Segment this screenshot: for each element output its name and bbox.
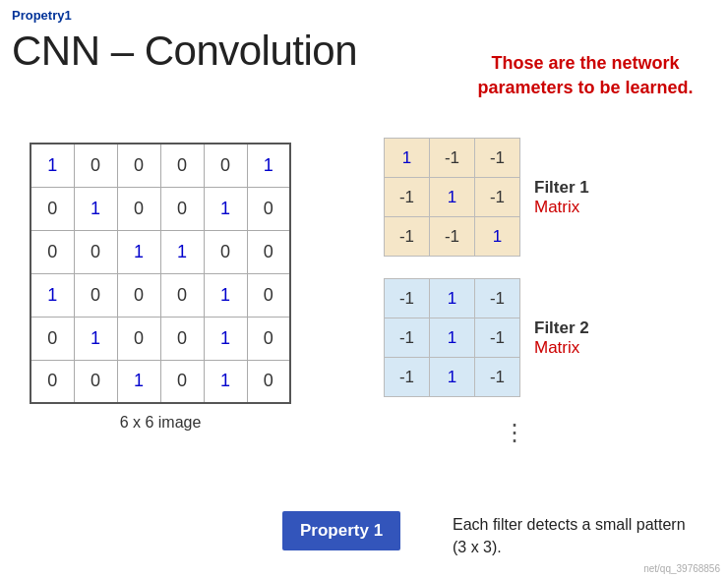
matrix-cell: 0 [30, 230, 74, 273]
filter2-wrapper: -11-1-11-1-11-1 Filter 2 Matrix [384, 278, 589, 397]
filter2-name: Filter 2 [534, 318, 589, 338]
matrix-cell: 0 [247, 273, 290, 317]
matrix-cell: 0 [30, 187, 74, 230]
matrix-cell: 0 [117, 317, 160, 360]
matrix-cell: 0 [74, 230, 117, 273]
filter-cell: 1 [430, 358, 475, 397]
filter-cell: -1 [385, 279, 430, 318]
image-matrix-table: 100001010010001100100010010010001010 [30, 143, 291, 404]
filter2-label: Filter 2 Matrix [534, 318, 589, 358]
matrix-cell: 1 [204, 273, 247, 317]
filter-cell: 1 [430, 279, 475, 318]
matrix-cell: 1 [204, 187, 247, 230]
filter-cell: -1 [430, 217, 475, 257]
filter1-name: Filter 1 [534, 178, 589, 198]
image-label: 6 x 6 image [30, 414, 291, 432]
filter-cell: 1 [385, 139, 430, 178]
matrix-cell: 0 [160, 144, 204, 187]
matrix-cell: 0 [247, 230, 290, 273]
filter2-block: -11-1-11-1-11-1 Filter 2 Matrix [384, 278, 589, 397]
matrix-cell: 0 [117, 144, 160, 187]
matrix-cell: 1 [74, 187, 117, 230]
filter-container: 1-1-1-11-1-1-11 Filter 1 Matrix -11-1-11… [384, 138, 589, 446]
matrix-cell: 0 [204, 144, 247, 187]
filter-cell: -1 [385, 217, 430, 257]
matrix-cell: 1 [117, 360, 160, 403]
network-params-text: Those are the network parameters to be l… [472, 51, 698, 100]
filter-cell: -1 [475, 139, 520, 178]
matrix-cell: 0 [117, 187, 160, 230]
matrix-cell: 0 [74, 144, 117, 187]
matrix-cell: 0 [160, 317, 204, 360]
filter-cell: -1 [385, 358, 430, 397]
matrix-cell: 0 [204, 230, 247, 273]
matrix-cell: 1 [204, 360, 247, 403]
matrix-cell: 1 [117, 230, 160, 273]
filter-cell: 1 [475, 217, 520, 257]
filter1-sublabel: Matrix [534, 198, 589, 217]
matrix-cell: 0 [30, 317, 74, 360]
matrix-cell: 0 [74, 273, 117, 317]
filter-cell: -1 [385, 178, 430, 217]
filter-cell: 1 [430, 178, 475, 217]
top-label: Propetry1 [12, 8, 72, 23]
matrix-cell: 0 [247, 317, 290, 360]
matrix-cell: 0 [247, 360, 290, 403]
filter-cell: -1 [475, 279, 520, 318]
matrix-cell: 0 [160, 187, 204, 230]
filter-cell: 1 [430, 318, 475, 358]
matrix-cell: 1 [160, 230, 204, 273]
matrix-cell: 0 [117, 273, 160, 317]
main-title: CNN – Convolution [12, 28, 357, 75]
property-description: Each filter detects a small pattern (3 x… [453, 514, 698, 558]
matrix-cell: 0 [160, 360, 204, 403]
filter-cell: -1 [430, 139, 475, 178]
filter-cell: -1 [475, 358, 520, 397]
property-badge[interactable]: Property 1 [282, 511, 400, 550]
filter-cell: -1 [385, 318, 430, 358]
matrix-cell: 1 [74, 317, 117, 360]
matrix-cell: 1 [247, 144, 290, 187]
watermark: net/qq_39768856 [643, 563, 720, 574]
filter2-table: -11-1-11-1-11-1 [384, 278, 520, 397]
matrix-cell: 0 [160, 273, 204, 317]
filter1-block: 1-1-1-11-1-1-11 Filter 1 Matrix [384, 138, 589, 257]
matrix-cell: 1 [204, 317, 247, 360]
filter-cell: -1 [475, 318, 520, 358]
matrix-cell: 1 [30, 273, 74, 317]
filter1-wrapper: 1-1-1-11-1-1-11 Filter 1 Matrix [384, 138, 589, 257]
filter1-table: 1-1-1-11-1-1-11 [384, 138, 520, 257]
filter1-label: Filter 1 Matrix [534, 178, 589, 217]
matrix-cell: 0 [247, 187, 290, 230]
filter-cell: -1 [475, 178, 520, 217]
filter2-sublabel: Matrix [534, 338, 589, 358]
image-matrix-container: 100001010010001100100010010010001010 6 x… [30, 143, 291, 432]
matrix-cell: 1 [30, 144, 74, 187]
continuation-dots: ⋮ [443, 419, 589, 446]
matrix-cell: 0 [30, 360, 74, 403]
matrix-cell: 0 [74, 360, 117, 403]
